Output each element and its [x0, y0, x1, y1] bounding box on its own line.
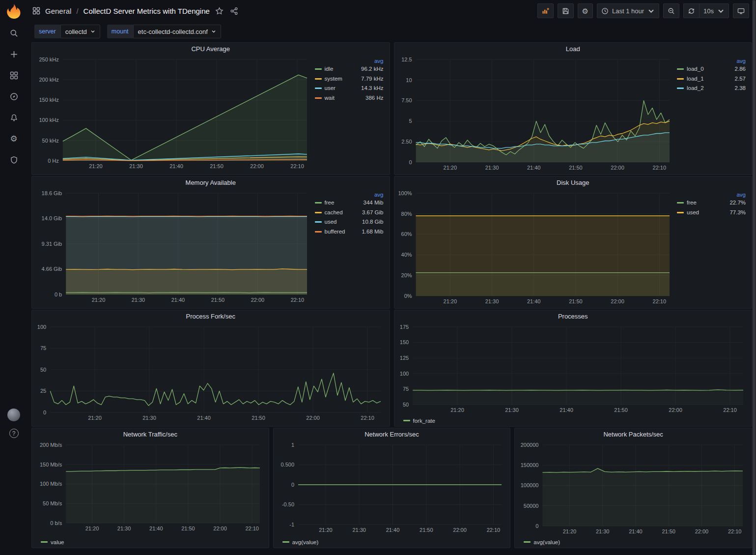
variable-value-dropdown[interactable]: collectd: [60, 25, 100, 38]
refresh-button[interactable]: [683, 3, 699, 18]
legend-series-name[interactable]: free: [687, 198, 697, 208]
legend-series-name[interactable]: load_0: [687, 64, 704, 74]
vertical-scrollbar[interactable]: [752, 0, 756, 555]
svg-text:0 Hz: 0 Hz: [48, 158, 59, 164]
help-icon[interactable]: ?: [9, 429, 19, 438]
variable-value-dropdown[interactable]: etc-collectd-collectd.conf: [133, 25, 221, 38]
process-fork-chart[interactable]: 025507510021:2021:3021:4021:5022:0022:10: [34, 322, 387, 425]
legend-series-name[interactable]: free: [325, 198, 335, 208]
legend-series-name[interactable]: cached: [325, 208, 343, 218]
legend-series-name[interactable]: value: [51, 539, 64, 545]
panel-title[interactable]: Memory Available: [32, 176, 390, 189]
legend-stat-header[interactable]: avg: [677, 58, 746, 64]
star-icon[interactable]: [215, 6, 224, 16]
svg-text:22:10: 22:10: [723, 407, 737, 413]
save-icon: [562, 7, 569, 15]
panel-title[interactable]: Processes: [394, 310, 752, 322]
legend-row: idle96.2 kHz: [315, 64, 384, 74]
save-dashboard-button[interactable]: [558, 3, 574, 18]
share-icon[interactable]: [229, 6, 239, 16]
legend-series-value: 22.7%: [729, 198, 746, 208]
svg-text:22:10: 22:10: [652, 165, 666, 171]
legend-series-name[interactable]: wait: [325, 93, 335, 103]
panel-title[interactable]: Network Errors/sec: [274, 428, 510, 440]
panel-title[interactable]: Network Traffic/sec: [32, 428, 269, 440]
legend-series-name[interactable]: load_2: [687, 84, 704, 93]
create-plus-icon[interactable]: [9, 49, 19, 59]
network-traffic-chart[interactable]: 0 b/s50 Mb/s100 Mb/s150 Mb/s200 Mb/s21:2…: [34, 440, 266, 537]
svg-text:21:20: 21:20: [88, 415, 102, 421]
panel-title[interactable]: CPU Average: [32, 43, 390, 55]
legend-stat-header[interactable]: avg: [315, 58, 384, 64]
svg-text:-1: -1: [289, 522, 294, 527]
time-range-picker[interactable]: Last 1 hour: [597, 3, 659, 18]
svg-text:21:40: 21:40: [197, 415, 211, 421]
breadcrumb-folder[interactable]: General: [45, 7, 71, 15]
panel-title[interactable]: Disk Usage: [394, 176, 752, 189]
series-color-dash: [315, 88, 322, 89]
svg-text:100%: 100%: [398, 190, 412, 196]
panel-title[interactable]: Network Packets/sec: [515, 428, 752, 440]
legend-row: wait386 Hz: [315, 93, 384, 103]
variable-label: mount: [107, 25, 133, 38]
variable-label: server: [34, 25, 60, 38]
svg-text:150 Mb/s: 150 Mb/s: [40, 462, 62, 467]
disk-usage-chart[interactable]: 0%20%40%60%80%100%21:2021:3021:4021:5022…: [396, 189, 675, 307]
legend-series-name[interactable]: avg(value): [292, 539, 319, 545]
network-packets-chart[interactable]: 05000010000015000020000021:2021:3021:402…: [517, 440, 749, 537]
panel-title[interactable]: Process Fork/sec: [32, 310, 390, 322]
configuration-gear-icon[interactable]: ⚙: [9, 134, 19, 144]
svg-text:14.0 Gib: 14.0 Gib: [42, 215, 62, 221]
add-panel-button[interactable]: [537, 3, 554, 18]
refresh-interval-picker[interactable]: 10s: [699, 3, 729, 18]
legend-series-name[interactable]: user: [325, 84, 336, 93]
network-traffic-legend: value: [34, 537, 266, 547]
search-icon[interactable]: [9, 28, 19, 38]
legend-series-name[interactable]: avg(value): [533, 539, 560, 545]
variable-mount: mount etc-collectd-collectd.conf: [107, 25, 221, 38]
dashboard-settings-button[interactable]: ⚙: [578, 3, 593, 18]
main-area: General / CollectD Server Metrics with T…: [28, 0, 756, 555]
svg-text:0 b: 0 b: [55, 292, 62, 297]
load-chart[interactable]: 02.5057.501012.521:2021:3021:4021:5022:0…: [396, 55, 675, 174]
alerting-bell-icon[interactable]: [9, 113, 19, 122]
server-admin-shield-icon[interactable]: [9, 155, 19, 165]
svg-text:21:50: 21:50: [252, 415, 265, 421]
svg-text:0: 0: [291, 482, 294, 488]
network-errors-chart[interactable]: -1-0.5000.500121:2021:3021:4021:5022:002…: [276, 440, 507, 537]
memory-available-chart[interactable]: 0 b4.66 Gib9.31 Gib14.0 Gib18.6 Gib21:20…: [34, 189, 313, 307]
zoom-out-button[interactable]: [663, 3, 679, 18]
legend-series-value: 96.2 kHz: [361, 64, 383, 74]
legend-stat-header[interactable]: avg: [677, 192, 746, 198]
legend-series-name[interactable]: used: [687, 208, 699, 218]
grafana-logo-icon[interactable]: [5, 2, 23, 20]
legend-series-name[interactable]: buffered: [325, 227, 345, 237]
explore-compass-icon[interactable]: [9, 91, 19, 101]
svg-text:175: 175: [399, 324, 408, 330]
legend-series-name[interactable]: load_1: [687, 74, 704, 84]
cycle-view-button[interactable]: [733, 3, 749, 18]
dashboards-grid-icon[interactable]: [9, 70, 19, 80]
cpu-average-chart[interactable]: 0 Hz50 kHz100 kHz150 kHz200 kHz250 kHz21…: [34, 55, 313, 174]
svg-text:22:00: 22:00: [453, 527, 467, 533]
legend-series-name[interactable]: system: [325, 74, 342, 84]
svg-text:0%: 0%: [404, 293, 412, 299]
scrollbar-thumb[interactable]: [753, 0, 756, 555]
series-color-dash: [315, 221, 322, 223]
legend-stat-header[interactable]: avg: [315, 192, 384, 198]
legend-series-value: 1.68 Mib: [362, 227, 383, 237]
svg-text:-0.50: -0.50: [282, 501, 294, 507]
user-avatar[interactable]: [7, 409, 20, 421]
legend-series-name[interactable]: fork_rate: [413, 418, 435, 424]
svg-text:22:10: 22:10: [245, 526, 259, 531]
legend-series-value: 2.38: [735, 84, 746, 93]
legend-series-name[interactable]: used: [325, 217, 337, 227]
series-color-dash: [677, 202, 684, 204]
disk-usage-legend: avgfree22.7%used77.3%: [675, 189, 749, 307]
grafana-app: ⚙ ? General / CollectD Server Metrics wi…: [0, 0, 756, 555]
panel-title[interactable]: Load: [394, 43, 752, 55]
legend-series-name[interactable]: idle: [325, 64, 334, 74]
legend-row: used77.3%: [677, 208, 746, 218]
svg-text:75: 75: [40, 345, 46, 351]
processes-chart[interactable]: 507510012515017521:2021:3021:4021:5022:0…: [396, 322, 749, 416]
